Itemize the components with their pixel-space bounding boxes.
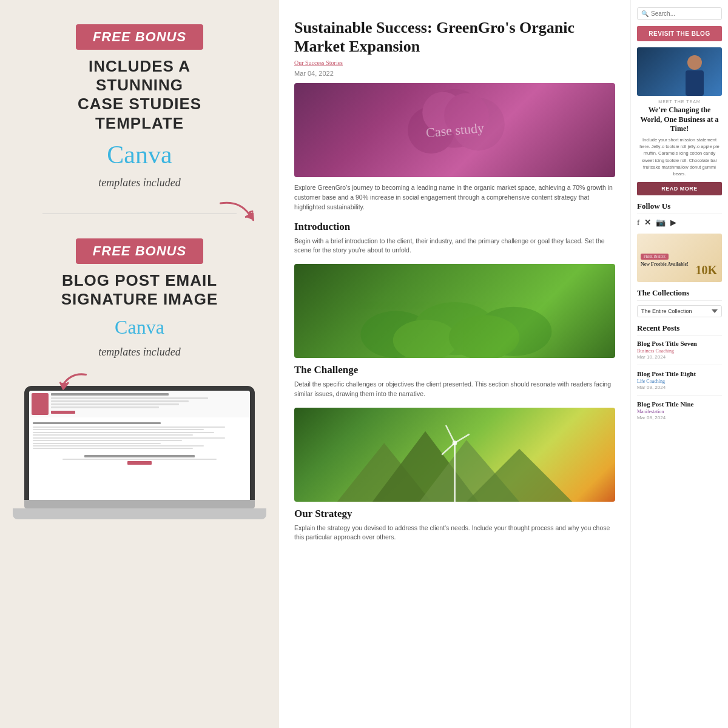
recent-post-title-1[interactable]: Blog Post Title Seven [637, 340, 722, 347]
twitter-icon[interactable]: ✕ [644, 218, 651, 228]
free-bonus-badge-2: FREE BONUS [76, 238, 203, 264]
section2-text: Detail the specific challenges or object… [294, 380, 615, 399]
recent-post-title-3[interactable]: Blog Post Title Nine [637, 400, 722, 408]
laptop-mockup [24, 386, 255, 519]
team-image [637, 47, 722, 96]
templates-included-1: templates included [98, 177, 180, 189]
svg-point-19 [687, 55, 702, 70]
bonus-block-2: FREE BONUS BLOG POST EMAIL SIGNATURE IMA… [61, 238, 218, 359]
blog-image-1: Case study [294, 83, 615, 177]
svg-point-9 [449, 315, 519, 358]
recent-post-item: Blog Post Title Seven Business Coaching … [637, 340, 722, 365]
svg-line-16 [446, 425, 455, 443]
recent-post-item: Blog Post Title Eight Life Coaching Mar … [637, 370, 722, 396]
laptop-screen-outer [24, 386, 255, 500]
collections-title: The Collections [637, 288, 722, 301]
promo-banner[interactable]: FREE INSIDE New Freebie Available! 10K [637, 234, 722, 282]
free-bonus-badge-1: FREE BONUS [76, 24, 203, 50]
blog-tag[interactable]: Our Success Stories [294, 59, 615, 66]
blog-image-3 [294, 408, 615, 502]
sidebar-search[interactable]: 🔍 [637, 7, 722, 20]
section2-title: The Challenge [294, 364, 615, 376]
recent-posts-section: Recent Posts Blog Post Title Seven Busin… [637, 323, 722, 425]
recent-post-tag-1: Business Coaching [637, 348, 722, 354]
collections-section: The Collections The Entire Collection [637, 288, 722, 317]
bonus-block-1: FREE BONUS INCLUDES A STUNNING CASE STUD… [76, 24, 203, 189]
search-input[interactable] [651, 10, 718, 17]
blog-excerpt: Explore GreenGro's journey to becoming a… [294, 183, 615, 212]
canva-logo-2: Canva [115, 316, 164, 339]
laptop-screen-inner [29, 391, 250, 500]
svg-point-4 [444, 93, 489, 138]
left-panel: FREE BONUS INCLUDES A STUNNING CASE STUD… [0, 0, 279, 728]
right-side: Sustainable Success: GreenGro's Organic … [279, 0, 728, 728]
recent-post-tag-2: Life Coaching [637, 379, 722, 384]
team-title: We're Changing the World, One Business a… [637, 106, 722, 134]
instagram-icon[interactable]: 📷 [656, 218, 666, 228]
youtube-icon[interactable]: ▶ [670, 218, 676, 228]
bonus-main-text-1: INCLUDES A STUNNING CASE STUDIES TEMPLAT… [78, 57, 201, 133]
meet-team-label: MEET THE TEAM [637, 99, 722, 104]
screen-tips [29, 420, 250, 453]
blog-date: Mar 04, 2022 [294, 70, 615, 77]
bonus-main-text-2: BLOG POST EMAIL SIGNATURE IMAGE [61, 271, 218, 309]
social-icons: f ✕ 📷 ▶ [637, 218, 722, 228]
recent-post-date-3: Mar 08, 2024 [637, 415, 722, 420]
svg-rect-20 [686, 70, 704, 96]
search-icon: 🔍 [641, 10, 649, 17]
promo-number: 10K [695, 263, 717, 277]
team-desc: Include your short mission statement her… [637, 136, 722, 178]
section1-title: Introduction [294, 221, 615, 233]
recent-post-title-2[interactable]: Blog Post Title Eight [637, 370, 722, 377]
recent-post-date-2: Mar 09, 2024 [637, 385, 722, 390]
collection-select[interactable]: The Entire Collection [637, 305, 722, 317]
blog-title: Sustainable Success: GreenGro's Organic … [294, 18, 615, 56]
section3-text: Explain the strategy you devised to addr… [294, 524, 615, 543]
svg-line-18 [442, 443, 454, 454]
canva-logo-1: Canva [107, 140, 172, 169]
blog-image-2 [294, 264, 615, 358]
screen-visit-button[interactable] [51, 411, 75, 414]
templates-included-2: templates included [98, 346, 180, 359]
follow-us-title: Follow Us [637, 201, 722, 214]
recent-post-item: Blog Post Title Nine Manifestation Mar 0… [637, 400, 722, 425]
laptop-bottom [13, 508, 266, 519]
screen-avatar [32, 393, 49, 415]
recent-post-date-1: Mar 10, 2024 [637, 354, 722, 360]
blog-sidebar: 🔍 REVISIT THE BLOG MEET THE TEAM We're C… [631, 0, 728, 728]
facebook-icon[interactable]: f [637, 218, 639, 228]
recent-posts-title: Recent Posts [637, 323, 722, 336]
read-more-button[interactable]: READ MORE [637, 182, 722, 195]
arrow-right-icon [209, 190, 265, 244]
section3-title: Our Strategy [294, 508, 615, 520]
divider-1 [42, 214, 237, 214]
blog-main: Sustainable Success: GreenGro's Organic … [279, 0, 631, 728]
recent-post-tag-3: Manifestation [637, 409, 722, 414]
revisit-blog-button[interactable]: REVISIT THE BLOG [637, 26, 722, 41]
laptop-base [24, 500, 255, 508]
section1-text: Begin with a brief introduction to the c… [294, 237, 615, 256]
promo-badge: FREE INSIDE [641, 254, 669, 260]
